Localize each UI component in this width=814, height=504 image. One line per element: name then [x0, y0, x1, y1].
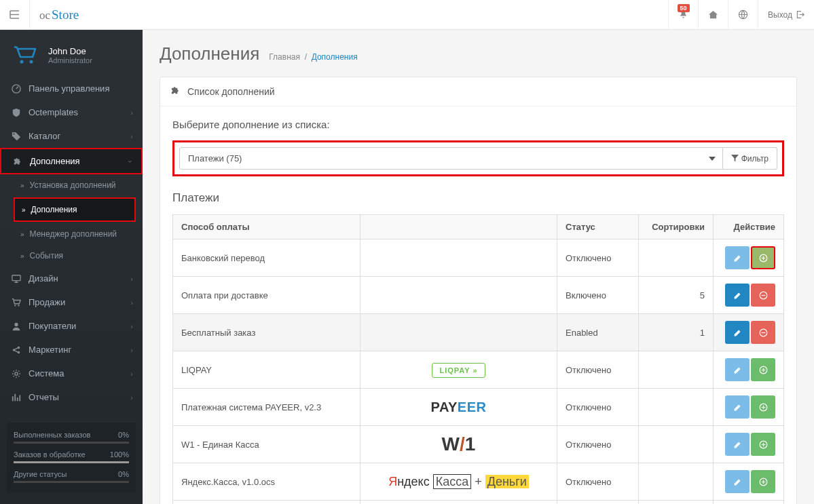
install-button[interactable] — [751, 470, 775, 493]
table-row: Банковский перевод Отключено — [173, 239, 784, 277]
cell-status: Отключено — [557, 351, 639, 389]
sidebar-item-chart[interactable]: Отчеты › — [0, 385, 143, 409]
install-button[interactable] — [751, 395, 775, 419]
svg-point-4 — [13, 133, 14, 134]
install-button[interactable] — [751, 433, 775, 456]
double-chevron-icon: » — [20, 252, 24, 260]
edit-button[interactable] — [725, 321, 750, 344]
logo-oc: oc — [39, 9, 50, 22]
th-logo — [360, 215, 557, 239]
cell-action — [714, 463, 784, 501]
svg-rect-5 — [12, 275, 20, 280]
globe-button[interactable] — [728, 0, 758, 30]
stats-widget: Выполненных заказов0%Заказов в обработке… — [7, 423, 136, 492]
logout-button[interactable]: Выход — [758, 0, 814, 30]
sidebar-item-user[interactable]: Покупатели › — [0, 314, 143, 338]
pencil-icon — [733, 328, 742, 337]
cell-logo — [360, 277, 557, 314]
logo-store: Store — [52, 7, 79, 22]
chevron-right-icon: › — [130, 370, 133, 378]
cell-status: Отключено — [557, 239, 639, 277]
sidebar-toggle-button[interactable] — [0, 0, 30, 30]
edit-button[interactable] — [725, 284, 750, 307]
install-button[interactable] — [751, 358, 775, 381]
sidebar-item-share[interactable]: Маркетинг › — [0, 338, 143, 362]
intro-text: Выберите дополнение из списка: — [172, 119, 784, 130]
chevron-right-icon: › — [130, 322, 133, 330]
cell-logo: W/1 — [360, 426, 557, 463]
cell-action — [714, 389, 784, 426]
sidebar-item-label: Система — [29, 368, 64, 379]
sidebar-item-label: Маркетинг — [29, 345, 71, 355]
plus-circle-icon — [759, 478, 768, 486]
install-button[interactable] — [751, 246, 775, 269]
sidebar-sub-item[interactable]: »Установка дополнений — [0, 174, 143, 196]
payments-table: Способ оплаты Статус Сортировки Действие… — [172, 214, 784, 504]
content-area: Дополнения Главная / Дополнения Список д… — [143, 30, 814, 504]
sidebar-item-puzzle[interactable]: Дополнения › — [0, 148, 143, 174]
cell-action — [714, 501, 784, 505]
cog-icon — [10, 369, 23, 379]
tag-icon — [10, 132, 23, 141]
filter-button[interactable]: Фильтр — [723, 147, 777, 170]
sidebar-item-label: Отчеты — [29, 392, 59, 402]
home-button[interactable] — [698, 0, 728, 30]
sidebar-item-cog[interactable]: Система › — [0, 362, 143, 385]
double-chevron-icon: » — [22, 206, 26, 214]
cell-name: Fondy — [173, 501, 360, 505]
sidebar-item-tag[interactable]: Каталог › — [0, 124, 143, 148]
extension-type-select[interactable]: Платежи (75) — [179, 147, 723, 170]
sidebar-sub-item[interactable]: »Менеджер дополнений — [0, 223, 143, 245]
cell-name: LIQPAY — [173, 351, 360, 389]
puzzle-icon — [170, 85, 181, 98]
cell-status: Отключено — [557, 426, 639, 463]
uninstall-button[interactable] — [751, 321, 775, 344]
top-header: ocStore 50 Выход — [0, 0, 814, 30]
cell-sort: 1 — [639, 314, 714, 351]
filter-icon — [731, 155, 739, 162]
sidebar-item-monitor[interactable]: Дизайн › — [0, 267, 143, 290]
edit-button[interactable] — [725, 358, 750, 381]
panel-heading: Список дополнений — [160, 77, 796, 106]
sidebar-item-cart[interactable]: Продажи › — [0, 290, 143, 314]
chart-icon — [10, 393, 23, 402]
breadcrumb-home[interactable]: Главная — [269, 52, 300, 62]
edit-button[interactable] — [725, 246, 750, 269]
breadcrumb: Главная / Дополнения — [269, 52, 357, 62]
chevron-right-icon: › — [130, 109, 133, 117]
th-name: Способ оплаты — [173, 215, 360, 239]
home-icon — [708, 9, 718, 20]
sidebar-item-label: Покупатели — [29, 321, 76, 331]
stat-row: Выполненных заказов0% — [14, 428, 129, 442]
cell-name: Бесплатный заказ — [173, 314, 360, 351]
sidebar-item-label: Дополнения — [30, 156, 80, 166]
edit-button[interactable] — [725, 433, 750, 456]
svg-point-1 — [20, 60, 24, 64]
sidebar-item-dashboard[interactable]: Панель управления — [0, 77, 143, 100]
svg-point-8 — [14, 322, 18, 326]
sidebar-sub-item[interactable]: »События — [0, 245, 143, 267]
dashboard-icon — [10, 84, 23, 94]
breadcrumb-current[interactable]: Дополнения — [312, 52, 358, 62]
notifications-button[interactable]: 50 — [668, 0, 698, 30]
cell-sort — [639, 389, 714, 426]
uninstall-button[interactable] — [751, 284, 775, 307]
logo[interactable]: ocStore — [30, 7, 88, 22]
sidebar-item-shield[interactable]: Octemplates › — [0, 100, 143, 124]
avatar[interactable] — [10, 40, 40, 70]
sidebar-item-label: Octemplates — [29, 107, 78, 117]
edit-button[interactable] — [725, 470, 750, 493]
liqpay-logo: LIQPAY » — [432, 363, 485, 378]
chevron-right-icon: › — [130, 393, 133, 402]
notification-badge: 50 — [678, 4, 690, 12]
payeer-logo: PAYEER — [431, 400, 487, 415]
plus-circle-icon — [759, 254, 768, 263]
plus-circle-icon — [759, 440, 768, 449]
section-title: Платежи — [172, 191, 784, 205]
logout-icon — [796, 10, 804, 19]
sidebar-sub-item[interactable]: »Дополнения — [15, 199, 134, 220]
th-action: Действие — [714, 215, 784, 239]
svg-point-6 — [14, 305, 16, 306]
edit-button[interactable] — [725, 395, 750, 419]
cell-sort — [639, 501, 714, 505]
